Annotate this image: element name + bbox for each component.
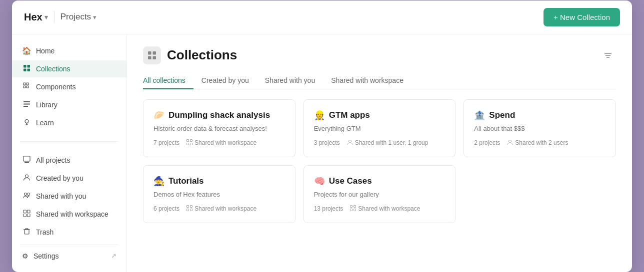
- svg-rect-48: [354, 209, 356, 211]
- card-dumpling-projects: 7 projects: [154, 139, 180, 146]
- new-collection-button[interactable]: + New Collection: [544, 8, 620, 26]
- card-dumpling-sharing: Shared with workspace: [186, 139, 256, 147]
- sidebar-item-library[interactable]: Library: [12, 96, 126, 113]
- svg-rect-28: [148, 51, 152, 55]
- topbar-divider: [54, 11, 54, 23]
- svg-rect-2: [24, 68, 26, 71]
- card-dumpling[interactable]: 🥟 Dumpling shack analysis Historic order…: [143, 99, 296, 157]
- card-spend-projects: 2 projects: [474, 139, 500, 146]
- sidebar-item-shared-with-you[interactable]: Shared with you: [12, 188, 126, 205]
- sidebar-item-created-by-you-label: Created by you: [36, 174, 84, 182]
- svg-rect-38: [190, 143, 192, 145]
- svg-rect-3: [27, 68, 30, 71]
- sidebar-bottom-divider: [20, 245, 118, 245]
- card-spend[interactable]: 🏦 Spend All about that $$$ 2 projects Sh…: [464, 99, 616, 157]
- svg-point-40: [509, 140, 512, 142]
- svg-rect-13: [26, 124, 28, 125]
- svg-rect-1: [27, 65, 30, 68]
- content-title: Collections: [143, 46, 237, 64]
- sidebar-gap-2: [12, 145, 126, 151]
- svg-rect-23: [24, 230, 29, 234]
- card-use-cases[interactable]: 🧠 Use Cases Projects for our gallery 13 …: [304, 165, 456, 223]
- svg-rect-20: [27, 210, 30, 213]
- card-dumpling-meta: 7 projects Shared with workspace: [154, 139, 285, 147]
- sidebar-item-shared-with-workspace[interactable]: Shared with workspace: [12, 206, 126, 223]
- sidebar-item-settings[interactable]: ⚙ Settings ↗: [12, 248, 126, 264]
- content-header: Collections: [143, 46, 616, 64]
- card-gtm-sharing: Shared with 1 user, 1 group: [347, 139, 428, 147]
- projects-dropdown[interactable]: Projects ▾: [60, 12, 96, 22]
- card-use-cases-projects: 13 projects: [314, 205, 344, 212]
- card-tutorials[interactable]: 🧙 Tutorials Demos of Hex features 6 proj…: [143, 165, 296, 223]
- cards-grid-row1: 🥟 Dumpling shack analysis Historic order…: [143, 99, 616, 157]
- svg-rect-22: [27, 214, 30, 217]
- card-use-cases-title: 🧠 Use Cases: [314, 176, 446, 187]
- card-spend-sharing: Shared with 2 users: [507, 139, 568, 147]
- filter-button[interactable]: [600, 47, 616, 63]
- svg-rect-0: [24, 65, 26, 68]
- card-use-cases-meta: 13 projects Shared with workspace: [314, 205, 446, 213]
- card-dumpling-desc: Historic order data & forecast analyses!: [154, 125, 285, 132]
- tabs: All collections Created by you Shared wi…: [143, 72, 616, 89]
- tab-shared-with-you[interactable]: Shared with you: [257, 72, 323, 89]
- sidebar-item-components[interactable]: Components: [12, 78, 126, 95]
- created-by-you-icon: [22, 174, 31, 183]
- row-gap: [143, 157, 616, 165]
- svg-rect-9: [24, 103, 30, 104]
- sidebar-item-shared-workspace-label: Shared with workspace: [36, 210, 108, 218]
- card-tutorials-title: 🧙 Tutorials: [154, 176, 285, 187]
- svg-point-39: [348, 140, 351, 142]
- card-gtm-projects: 3 projects: [314, 139, 340, 146]
- sidebar-item-collections[interactable]: Collections: [12, 60, 126, 77]
- card-gtm[interactable]: 👷 GTM apps Everything GTM 3 projects Sha…: [304, 99, 456, 157]
- svg-rect-29: [153, 51, 156, 55]
- shared-workspace-icon: [22, 210, 31, 219]
- sidebar-item-components-label: Components: [36, 83, 76, 91]
- user-share-icon-gtm: [347, 139, 353, 147]
- tab-created-by-you[interactable]: Created by you: [194, 72, 257, 89]
- projects-label-text: Projects: [60, 12, 91, 22]
- tab-all-collections[interactable]: All collections: [143, 72, 194, 89]
- sidebar-item-learn-label: Learn: [36, 119, 54, 127]
- svg-rect-36: [190, 139, 192, 141]
- card-dumpling-title: 🥟 Dumpling shack analysis: [154, 110, 285, 121]
- svg-point-18: [27, 193, 30, 195]
- sidebar-item-home-label: Home: [36, 47, 54, 55]
- svg-point-11: [25, 119, 28, 123]
- main-layout: 🏠 Home Collections: [12, 34, 632, 272]
- settings-icon: ⚙: [22, 252, 28, 260]
- all-projects-icon: [22, 156, 31, 165]
- svg-rect-19: [24, 210, 26, 213]
- sidebar-item-home[interactable]: 🏠 Home: [12, 42, 126, 59]
- sidebar-item-learn[interactable]: Learn: [12, 114, 126, 131]
- page-title: Collections: [167, 47, 237, 63]
- tab-shared-with-workspace[interactable]: Shared with workspace: [323, 72, 412, 89]
- home-icon: 🏠: [22, 46, 31, 55]
- topbar-left: Hex ▾ Projects ▾: [24, 11, 544, 23]
- sidebar-item-library-label: Library: [36, 101, 58, 109]
- sidebar-item-trash[interactable]: Trash: [12, 224, 126, 241]
- sidebar-item-all-projects-label: All projects: [36, 156, 70, 164]
- content-title-icon: [143, 46, 161, 64]
- components-icon: [22, 82, 31, 91]
- sidebar-item-created-by-you[interactable]: Created by you: [12, 170, 126, 187]
- card-tutorials-desc: Demos of Hex features: [154, 191, 285, 198]
- svg-rect-35: [187, 139, 189, 141]
- hex-logo[interactable]: Hex ▾: [24, 11, 48, 23]
- collections-icon: [22, 64, 31, 73]
- svg-rect-5: [24, 86, 26, 88]
- svg-rect-42: [190, 205, 192, 207]
- svg-rect-45: [350, 205, 352, 207]
- svg-rect-43: [187, 209, 189, 211]
- new-collection-label: + New Collection: [554, 13, 610, 21]
- app-window: Hex ▾ Projects ▾ + New Collection 🏠 Home: [12, 0, 632, 272]
- settings-label: Settings: [34, 252, 59, 260]
- svg-rect-31: [153, 56, 156, 59]
- card-tutorials-emoji: 🧙: [154, 176, 164, 187]
- sidebar-item-collections-label: Collections: [36, 65, 70, 73]
- sidebar-item-all-projects[interactable]: All projects: [12, 152, 126, 169]
- card-spend-title: 🏦 Spend: [474, 110, 606, 121]
- content-area: Collections All collections Created by y…: [127, 34, 632, 272]
- svg-point-16: [25, 175, 28, 178]
- card-gtm-desc: Everything GTM: [314, 125, 446, 132]
